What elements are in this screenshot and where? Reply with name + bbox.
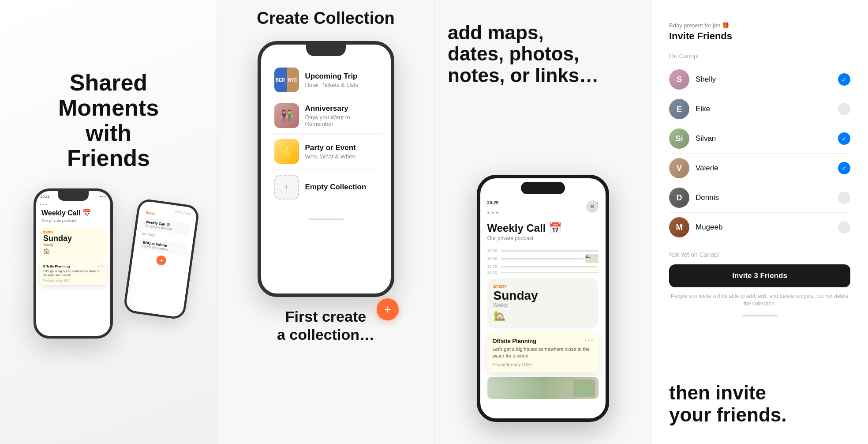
p3-status-bar: 20:29 ▪ ▪ ▪ xyxy=(487,200,599,205)
anniversary-text: Anniversary Days you Want to Remember xyxy=(305,104,378,127)
phone-frame-p2: BER NYC Upcoming Trip Hotel, Tickets & L… xyxy=(258,41,394,297)
avatar-valerie: V xyxy=(669,158,689,178)
check-shelly[interactable]: ✓ xyxy=(838,73,850,86)
phone-card-sunday: Every Sunday Weekly 🏠 xyxy=(40,227,107,259)
friend-row-mugeeb[interactable]: M Mugeeb xyxy=(669,213,850,242)
close-button-p3[interactable]: ✕ xyxy=(586,200,599,213)
friend-row-valerie[interactable]: V Valerie ✓ xyxy=(669,154,850,183)
trip-icon: BER NYC xyxy=(274,68,299,92)
panel-shared-moments: Shared Moments with Friends Mon 12 Aug T… xyxy=(0,0,217,444)
p4-not-yet-label: Not Yet on Canopi xyxy=(669,251,719,258)
friend-name-shelly: Shelly xyxy=(696,75,838,84)
panel2-bottom-text: First create a collection… xyxy=(277,308,374,344)
friend-name-silvan: Silvan xyxy=(696,134,838,143)
panel-invite-friends: Bday present for jen 🎁 Invite Friends On… xyxy=(651,0,868,444)
collection-list: BER NYC Upcoming Trip Hotel, Tickets & L… xyxy=(261,45,391,214)
avatar-silvan: Si xyxy=(669,128,689,149)
collection-item-empty[interactable]: + Empty Collection xyxy=(270,169,382,205)
p4-on-canopi-label: On Canopi xyxy=(669,53,699,60)
friend-name-mugeeb: Mugeeb xyxy=(696,223,838,232)
p3-menu-dots[interactable]: • • • xyxy=(487,209,599,217)
friends-list: S Shelly ✓ E Eike Si Silvan ✓ V Valerie … xyxy=(669,65,850,242)
phone-main-p1: 20:29 ▪ ▪ ▪ • • • Weekly Call 📅 Our priv… xyxy=(34,188,113,339)
friend-name-dennis: Dennis xyxy=(696,193,838,202)
empty-icon: + xyxy=(274,175,299,199)
panel2-top: Create Collection xyxy=(217,0,434,41)
avatar-shelly: S xyxy=(669,69,689,90)
p4-bottom-headline: then invite your friends. xyxy=(669,382,787,426)
check-dennis[interactable] xyxy=(838,192,850,204)
friend-row-shelly[interactable]: S Shelly ✓ xyxy=(669,65,850,94)
friend-row-silvan[interactable]: Si Silvan ✓ xyxy=(669,124,850,154)
friend-row-eike[interactable]: E Eike xyxy=(669,94,850,124)
p3-card-sunday: Every Sunday Weekly 🏡 xyxy=(487,278,599,328)
p4-disclaimer: People you invite will be able to add, e… xyxy=(669,293,850,308)
friend-name-eike: Eike xyxy=(696,105,838,113)
p3-timeline: 17:00 18:00D... 19:00 20:00 xyxy=(487,248,599,275)
anniversary-icon: 👫 xyxy=(274,103,299,128)
empty-text: Empty Collection xyxy=(305,183,367,192)
panel1-phones: Mon 12 Aug Today Weekly Call 📅 Our priva… xyxy=(25,188,192,374)
offsite-card-p1: Offsite Planning • • • Let's get a big h… xyxy=(40,261,107,285)
panel-add-content: add maps, dates, photos, notes, or links… xyxy=(434,0,651,444)
invite-button[interactable]: Invite 3 Friends xyxy=(669,264,850,287)
panel3-headline: add maps, dates, photos, notes, or links… xyxy=(448,22,638,86)
p4-invite-title: Invite Friends xyxy=(669,30,732,42)
party-text: Party or Event Who, What & When xyxy=(305,143,356,160)
check-eike[interactable] xyxy=(838,103,850,115)
collection-item-anniversary[interactable]: 👫 Anniversary Days you Want to Remember xyxy=(270,98,382,134)
party-icon: ⭐ xyxy=(274,139,299,164)
phone-notch xyxy=(58,191,89,201)
fab-button[interactable]: + xyxy=(377,298,399,320)
dynamic-island xyxy=(521,182,565,194)
friend-name-valerie: Valerie xyxy=(696,164,838,173)
create-collection-title: Create Collection xyxy=(257,9,395,28)
trip-text: Upcoming Trip Hotel, Tickets & Lists xyxy=(305,72,359,88)
phone-back: Mon 12 Aug Today Weekly Call 📅 Our priva… xyxy=(123,198,200,320)
friend-row-dennis[interactable]: D Dennis xyxy=(669,183,850,213)
phone-content-p1: • • • Weekly Call 📅 Our private podcast … xyxy=(36,199,110,288)
avatar-eike: E xyxy=(669,99,689,119)
collection-item-trip[interactable]: BER NYC Upcoming Trip Hotel, Tickets & L… xyxy=(270,62,382,98)
phone-notch-p2 xyxy=(306,45,346,56)
collection-item-party[interactable]: ⭐ Party or Event Who, What & When xyxy=(270,134,382,169)
avatar-mugeeb: M xyxy=(669,217,689,237)
check-valerie[interactable]: ✓ xyxy=(838,162,850,174)
avatar-dennis: D xyxy=(669,188,689,208)
p3-offsite-card: Offsite Planning • • • Let's get a big h… xyxy=(487,332,599,373)
panel1-headline: Shared Moments with Friends xyxy=(58,70,159,171)
p4-bday-label: Bday present for jen 🎁 xyxy=(669,22,729,29)
p3-phone-content: 20:29 ▪ ▪ ▪ • • • Weekly Call 📅 Our priv… xyxy=(480,178,606,406)
check-silvan[interactable]: ✓ xyxy=(838,132,850,145)
check-mugeeb[interactable] xyxy=(838,221,850,233)
panel-create-collection: Create Collection BER NYC Upcoming Trip … xyxy=(217,0,434,444)
phone-frame-p3: ✕ 20:29 ▪ ▪ ▪ • • • Weekly Call 📅 Our pr… xyxy=(477,175,609,422)
